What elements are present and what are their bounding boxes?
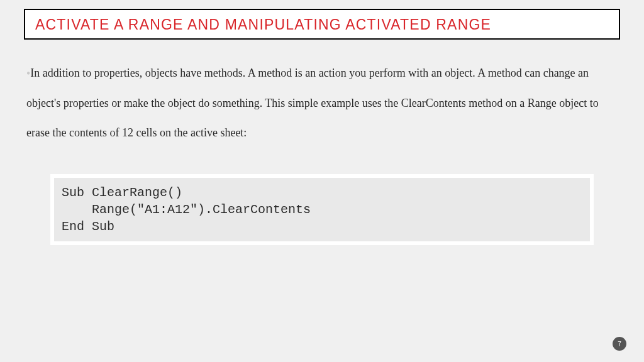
body-paragraph: •In addition to properties, objects have… (26, 58, 618, 148)
code-block: Sub ClearRange() Range("A1:A12").ClearCo… (54, 178, 590, 241)
body-text-content: In addition to properties, objects have … (26, 67, 599, 139)
title-container: ACTIVATE A RANGE AND MANIPULATING ACTIVA… (24, 9, 620, 40)
code-block-container: Sub ClearRange() Range("A1:A12").ClearCo… (50, 174, 594, 245)
slide-title: ACTIVATE A RANGE AND MANIPULATING ACTIVA… (35, 16, 609, 33)
page-number-badge: 7 (613, 337, 626, 351)
page-number: 7 (618, 341, 621, 348)
